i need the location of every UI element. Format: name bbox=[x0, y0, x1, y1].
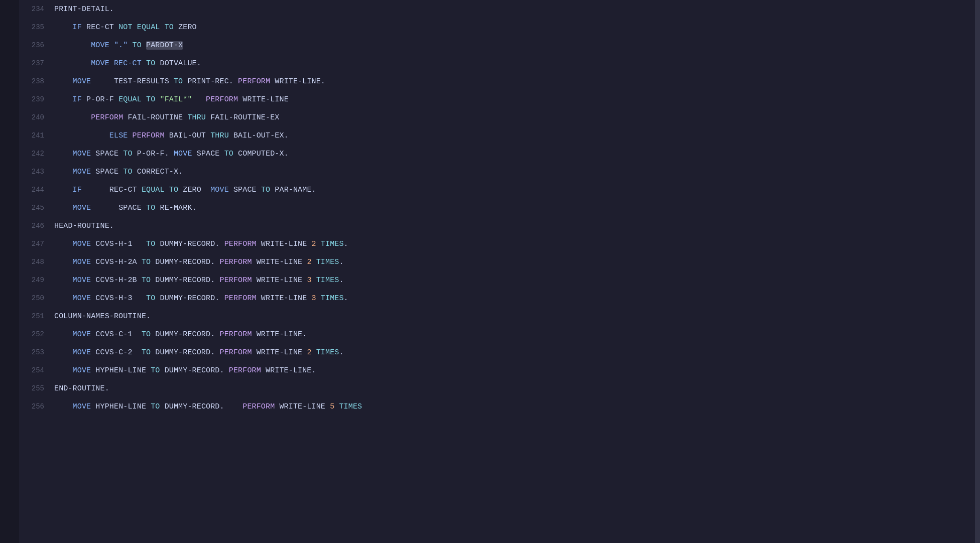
line-content: COLUMN-NAMES-ROUTINE. bbox=[54, 308, 151, 326]
table-row: 243 MOVE SPACE TO CORRECT-X. bbox=[19, 163, 975, 181]
left-gutter bbox=[0, 0, 19, 543]
line-number: 253 bbox=[19, 343, 54, 361]
line-content: HEAD-ROUTINE. bbox=[54, 217, 114, 235]
table-row: 256 MOVE HYPHEN-LINE TO DUMMY-RECORD. PE… bbox=[19, 397, 975, 416]
line-number: 249 bbox=[19, 271, 54, 289]
table-row: 246HEAD-ROUTINE. bbox=[19, 217, 975, 235]
line-content: MOVE CCVS-H-2B TO DUMMY-RECORD. PERFORM … bbox=[54, 272, 344, 290]
line-content: IF REC-CT NOT EQUAL TO ZERO bbox=[54, 19, 197, 37]
line-content: IF P-OR-F EQUAL TO "FAIL*" PERFORM WRITE… bbox=[54, 91, 289, 109]
line-number: 236 bbox=[19, 36, 54, 54]
line-number: 239 bbox=[19, 90, 54, 108]
line-number: 243 bbox=[19, 163, 54, 181]
table-row: 237 MOVE REC-CT TO DOTVALUE. bbox=[19, 54, 975, 72]
table-row: 250 MOVE CCVS-H-3 TO DUMMY-RECORD. PERFO… bbox=[19, 289, 975, 307]
line-content: MOVE SPACE TO CORRECT-X. bbox=[54, 163, 183, 181]
table-row: 247 MOVE CCVS-H-1 TO DUMMY-RECORD. PERFO… bbox=[19, 235, 975, 253]
line-content: MOVE CCVS-H-3 TO DUMMY-RECORD. PERFORM W… bbox=[54, 290, 348, 308]
line-number: 247 bbox=[19, 235, 54, 253]
table-row: 239 IF P-OR-F EQUAL TO "FAIL*" PERFORM W… bbox=[19, 90, 975, 108]
line-number: 252 bbox=[19, 325, 54, 343]
line-number: 246 bbox=[19, 217, 54, 235]
editor: 234 PRINT-DETAIL. 235 IF REC-CT NOT EQUA… bbox=[0, 0, 980, 543]
table-row: 235 IF REC-CT NOT EQUAL TO ZERO bbox=[19, 18, 975, 36]
line-number: 245 bbox=[19, 199, 54, 217]
table-row: 252 MOVE CCVS-C-1 TO DUMMY-RECORD. PERFO… bbox=[19, 325, 975, 343]
line-content: MOVE CCVS-H-2A TO DUMMY-RECORD. PERFORM … bbox=[54, 253, 344, 272]
table-row: 234 PRINT-DETAIL. bbox=[19, 0, 975, 18]
line-content: MOVE HYPHEN-LINE TO DUMMY-RECORD. PERFOR… bbox=[54, 398, 362, 416]
line-number: 234 bbox=[19, 0, 54, 18]
table-row: 255END-ROUTINE. bbox=[19, 379, 975, 397]
table-row: 236 MOVE "." TO PARDOT-X bbox=[19, 36, 975, 54]
line-number: 237 bbox=[19, 54, 54, 72]
line-content: END-ROUTINE. bbox=[54, 380, 109, 398]
lines-container: 235 IF REC-CT NOT EQUAL TO ZERO236 MOVE … bbox=[19, 18, 975, 416]
table-row: 244 IF REC-CT EQUAL TO ZERO MOVE SPACE T… bbox=[19, 181, 975, 199]
line-content: MOVE CCVS-H-1 TO DUMMY-RECORD. PERFORM W… bbox=[54, 235, 348, 253]
line-content: PERFORM FAIL-ROUTINE THRU FAIL-ROUTINE-E… bbox=[54, 109, 279, 127]
line-number: 256 bbox=[19, 397, 54, 416]
line-content: MOVE TEST-RESULTS TO PRINT-REC. PERFORM … bbox=[54, 73, 325, 91]
line-number: 255 bbox=[19, 379, 54, 397]
line-number: 240 bbox=[19, 108, 54, 126]
line-content: MOVE REC-CT TO DOTVALUE. bbox=[54, 55, 201, 73]
line-number: 241 bbox=[19, 126, 54, 145]
table-row: 248 MOVE CCVS-H-2A TO DUMMY-RECORD. PERF… bbox=[19, 253, 975, 271]
line-number: 251 bbox=[19, 307, 54, 325]
scrollbar[interactable] bbox=[975, 0, 980, 543]
code-area[interactable]: 234 PRINT-DETAIL. 235 IF REC-CT NOT EQUA… bbox=[19, 0, 975, 543]
table-row: 251COLUMN-NAMES-ROUTINE. bbox=[19, 307, 975, 325]
line-content: MOVE CCVS-C-1 TO DUMMY-RECORD. PERFORM W… bbox=[54, 326, 307, 344]
table-row: 253 MOVE CCVS-C-2 TO DUMMY-RECORD. PERFO… bbox=[19, 343, 975, 361]
line-content: MOVE "." TO PARDOT-X bbox=[54, 37, 183, 55]
table-row: 240 PERFORM FAIL-ROUTINE THRU FAIL-ROUTI… bbox=[19, 108, 975, 126]
table-row: 249 MOVE CCVS-H-2B TO DUMMY-RECORD. PERF… bbox=[19, 271, 975, 289]
table-row: 242 MOVE SPACE TO P-OR-F. MOVE SPACE TO … bbox=[19, 145, 975, 163]
line-content: MOVE SPACE TO P-OR-F. MOVE SPACE TO COMP… bbox=[54, 145, 289, 163]
line-number: 235 bbox=[19, 18, 54, 36]
table-row: 254 MOVE HYPHEN-LINE TO DUMMY-RECORD. PE… bbox=[19, 361, 975, 379]
table-row: 245 MOVE SPACE TO RE-MARK. bbox=[19, 199, 975, 217]
line-number: 250 bbox=[19, 289, 54, 307]
line-content: IF REC-CT EQUAL TO ZERO MOVE SPACE TO PA… bbox=[54, 181, 316, 199]
table-row: 238 MOVE TEST-RESULTS TO PRINT-REC. PERF… bbox=[19, 72, 975, 90]
table-row: 241 ELSE PERFORM BAIL-OUT THRU BAIL-OUT-… bbox=[19, 126, 975, 145]
line-number: 254 bbox=[19, 361, 54, 379]
line-number: 242 bbox=[19, 145, 54, 163]
line-number: 248 bbox=[19, 253, 54, 271]
line-number: 244 bbox=[19, 181, 54, 199]
line-content: MOVE SPACE TO RE-MARK. bbox=[54, 199, 197, 217]
line-content: PRINT-DETAIL. bbox=[54, 1, 114, 19]
line-number: 238 bbox=[19, 72, 54, 90]
line-content: MOVE CCVS-C-2 TO DUMMY-RECORD. PERFORM W… bbox=[54, 344, 344, 362]
line-content: MOVE HYPHEN-LINE TO DUMMY-RECORD. PERFOR… bbox=[54, 362, 316, 380]
line-content: ELSE PERFORM BAIL-OUT THRU BAIL-OUT-EX. bbox=[54, 127, 289, 145]
